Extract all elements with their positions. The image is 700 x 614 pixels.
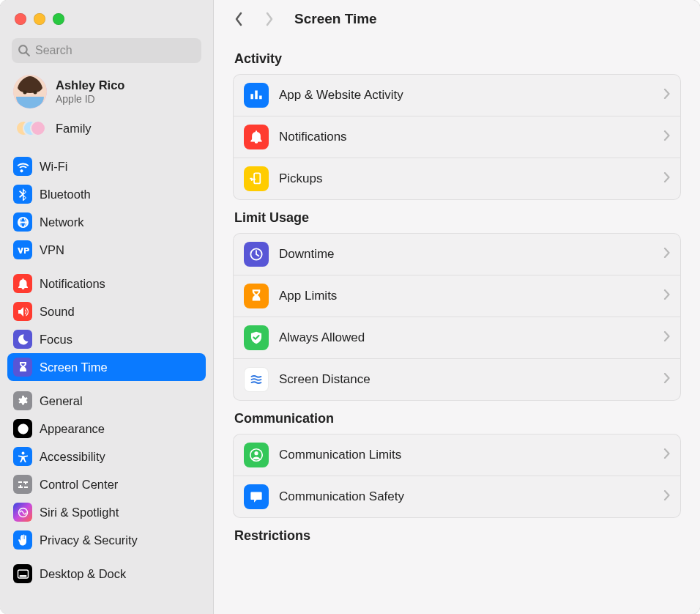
row-pickups[interactable]: Pickups — [234, 158, 680, 199]
sidebar-item-sound[interactable]: Sound — [7, 297, 206, 325]
sidebar-item-label: Accessibility — [40, 450, 105, 464]
always-icon — [244, 325, 269, 350]
notifications-icon — [13, 274, 32, 293]
sidebar-item-label: VPN — [40, 243, 64, 257]
sidebar-item-wifi[interactable]: Wi-Fi — [7, 152, 206, 180]
sidebar-item-label: Screen Time — [40, 360, 108, 374]
downtime-icon — [244, 242, 269, 267]
avatar — [13, 75, 47, 108]
chevron-right-icon — [663, 248, 670, 261]
sidebar-item-label: Siri & Spotlight — [40, 506, 119, 519]
row-label: Communication Limits — [279, 448, 653, 462]
siri-icon — [13, 503, 32, 522]
row-commsafety[interactable]: Communication Safety — [234, 476, 680, 517]
sidebar-item-label: Privacy & Security — [40, 533, 138, 547]
back-button[interactable] — [228, 9, 249, 29]
profile-subtitle: Apple ID — [56, 93, 124, 105]
page-title: Screen Time — [294, 11, 377, 27]
sidebar-family[interactable]: Family — [7, 113, 206, 147]
close-window-button[interactable] — [15, 13, 26, 25]
window-controls — [0, 0, 213, 38]
chevron-right-icon — [663, 130, 670, 144]
sidebar-item-label: General — [40, 394, 83, 408]
sidebar-item-vpn[interactable]: VPN — [7, 236, 206, 264]
section-card: Communication LimitsCommunication Safety — [233, 434, 681, 518]
sidebar-item-accessibility[interactable]: Accessibility — [7, 443, 206, 470]
row-distance[interactable]: Screen Distance — [234, 358, 680, 400]
sidebar-item-general[interactable]: General — [7, 387, 206, 415]
sidebar-item-label: Network — [40, 215, 84, 229]
fullscreen-window-button[interactable] — [53, 13, 64, 25]
sidebar-item-siri[interactable]: Siri & Spotlight — [7, 498, 206, 526]
appearance-icon — [13, 419, 32, 438]
sidebar-item-label: Notifications — [40, 277, 105, 291]
chevron-right-icon — [663, 172, 670, 185]
content-area: ActivityApp & Website ActivityNotificati… — [214, 38, 700, 614]
chevron-right-icon — [663, 448, 670, 462]
row-label: Pickups — [279, 171, 653, 186]
sidebar-item-network[interactable]: Network — [7, 208, 206, 236]
row-commlimits[interactable]: Communication Limits — [234, 434, 680, 476]
row-notifications[interactable]: Notifications — [234, 116, 680, 158]
sidebar-item-screentime[interactable]: Screen Time — [7, 353, 206, 381]
section-title-communication: Communication — [234, 411, 679, 426]
minimize-window-button[interactable] — [34, 13, 45, 25]
chevron-right-icon — [663, 289, 670, 303]
sidebar-item-label: Bluetooth — [40, 188, 91, 201]
sidebar-item-label: Focus — [40, 333, 72, 347]
section-title-restrictions: Restrictions — [234, 528, 679, 544]
network-icon — [13, 212, 32, 232]
app-activity-icon — [244, 83, 269, 108]
row-label: Notifications — [279, 130, 653, 144]
sidebar-apple-id[interactable]: Ashley Rico Apple ID — [7, 70, 206, 113]
vpn-icon — [13, 240, 32, 259]
forward-button[interactable] — [259, 9, 280, 29]
privacy-icon — [13, 530, 32, 550]
sidebar-item-bluetooth[interactable]: Bluetooth — [7, 180, 206, 208]
family-label: Family — [56, 122, 92, 136]
row-label: App & Website Activity — [279, 88, 653, 103]
chevron-right-icon — [663, 89, 670, 102]
commlimits-icon — [244, 443, 269, 467]
row-label: Always Allowed — [279, 330, 653, 345]
section-title-limit-usage: Limit Usage — [234, 210, 679, 226]
search-input[interactable] — [35, 44, 196, 57]
row-app-activity[interactable]: App & Website Activity — [234, 75, 680, 116]
sidebar-item-controlcenter[interactable]: Control Center — [7, 470, 206, 498]
sidebar-item-desktop[interactable]: Desktop & Dock — [7, 560, 206, 588]
chevron-right-icon — [663, 490, 670, 503]
row-label: Communication Safety — [279, 489, 653, 504]
sidebar-item-label: Wi-Fi — [40, 160, 67, 174]
section-card: DowntimeApp LimitsAlways AllowedScreen D… — [233, 233, 681, 401]
wifi-icon — [13, 157, 32, 176]
controlcenter-icon — [13, 475, 32, 494]
distance-icon — [244, 367, 269, 392]
focus-icon — [13, 330, 32, 349]
sidebar: Ashley Rico Apple ID Family Wi-FiBluetoo… — [0, 0, 214, 614]
family-icon — [13, 117, 47, 139]
accessibility-icon — [13, 447, 32, 466]
chevron-right-icon — [663, 373, 670, 386]
row-downtime[interactable]: Downtime — [234, 234, 680, 275]
profile-name: Ashley Rico — [56, 78, 124, 92]
settings-window: Ashley Rico Apple ID Family Wi-FiBluetoo… — [0, 0, 700, 614]
row-label: App Limits — [279, 289, 653, 303]
notifications-icon — [244, 125, 269, 149]
sidebar-item-appearance[interactable]: Appearance — [7, 415, 206, 443]
commsafety-icon — [244, 484, 269, 509]
main-header: Screen Time — [214, 0, 700, 38]
row-always[interactable]: Always Allowed — [234, 317, 680, 358]
section-card: App & Website ActivityNotificationsPicku… — [233, 74, 681, 200]
row-label: Downtime — [279, 247, 653, 262]
search-field[interactable] — [12, 38, 201, 63]
row-applimits[interactable]: App Limits — [234, 275, 680, 317]
search-icon — [18, 44, 31, 57]
sidebar-item-privacy[interactable]: Privacy & Security — [7, 526, 206, 554]
sidebar-item-notifications[interactable]: Notifications — [7, 270, 206, 297]
sidebar-item-label: Desktop & Dock — [40, 567, 126, 581]
desktop-icon — [13, 564, 32, 583]
sidebar-item-focus[interactable]: Focus — [7, 325, 206, 353]
pickups-icon — [244, 166, 269, 191]
sound-icon — [13, 302, 32, 321]
screentime-icon — [13, 358, 32, 377]
